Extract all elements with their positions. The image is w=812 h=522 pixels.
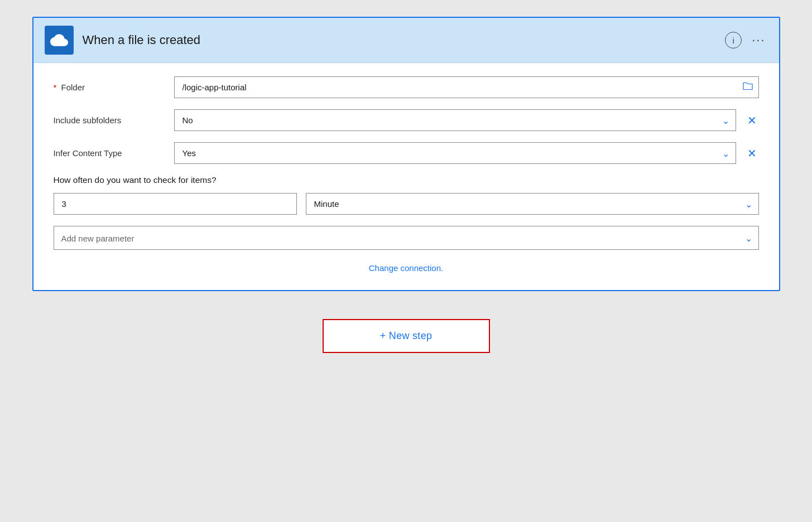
card-body: * Folder Include subfolders [33, 63, 779, 290]
infer-row: Infer Content Type Yes No ⌄ ✕ [54, 142, 759, 164]
more-icon: ··· [752, 33, 765, 47]
card-header: When a file is created i ··· [33, 18, 779, 63]
subfolders-select-wrap: No Yes ⌄ [174, 109, 736, 131]
frequency-question: How often do you want to check for items… [54, 175, 759, 185]
folder-input[interactable] [174, 76, 759, 98]
connector-icon [45, 26, 74, 55]
subfolders-select[interactable]: No Yes [174, 109, 736, 131]
interval-input[interactable] [54, 193, 297, 215]
infer-clear-button[interactable]: ✕ [745, 147, 759, 160]
new-step-button[interactable]: + New step [323, 319, 490, 353]
infer-select[interactable]: Yes No [174, 142, 736, 164]
subfolders-label: Include subfolders [54, 115, 165, 125]
infer-label: Infer Content Type [54, 148, 165, 158]
folder-input-wrap [174, 76, 759, 98]
more-button[interactable]: ··· [749, 33, 767, 47]
add-param-select[interactable] [54, 226, 759, 250]
header-actions: i ··· [725, 32, 767, 49]
folder-label: * Folder [54, 83, 165, 92]
add-param-wrap: Add new parameter ⌄ [54, 226, 759, 250]
subfolders-row: Include subfolders No Yes ⌄ ✕ [54, 109, 759, 131]
new-step-area: + New step [32, 291, 780, 370]
param-row: Add new parameter ⌄ [54, 226, 759, 250]
interval-row: Minute Hour Day Week Month ⌄ [54, 193, 759, 215]
trigger-card: When a file is created i ··· * Folder [32, 17, 780, 291]
info-button[interactable]: i [725, 32, 742, 49]
unit-select-wrap: Minute Hour Day Week Month ⌄ [306, 193, 759, 215]
info-icon: i [732, 36, 734, 45]
change-connection-area: Change connection. [54, 263, 759, 273]
subfolders-clear-button[interactable]: ✕ [745, 114, 759, 127]
required-star: * [54, 83, 57, 92]
folder-row: * Folder [54, 76, 759, 98]
folder-browse-button[interactable] [742, 81, 753, 93]
unit-select[interactable]: Minute Hour Day Week Month [306, 193, 759, 215]
change-connection-link[interactable]: Change connection. [369, 263, 443, 273]
infer-select-wrap: Yes No ⌄ [174, 142, 736, 164]
page-wrapper: When a file is created i ··· * Folder [32, 17, 780, 370]
card-title: When a file is created [83, 33, 717, 47]
cloud-svg [50, 31, 68, 49]
folder-icon [742, 81, 753, 90]
